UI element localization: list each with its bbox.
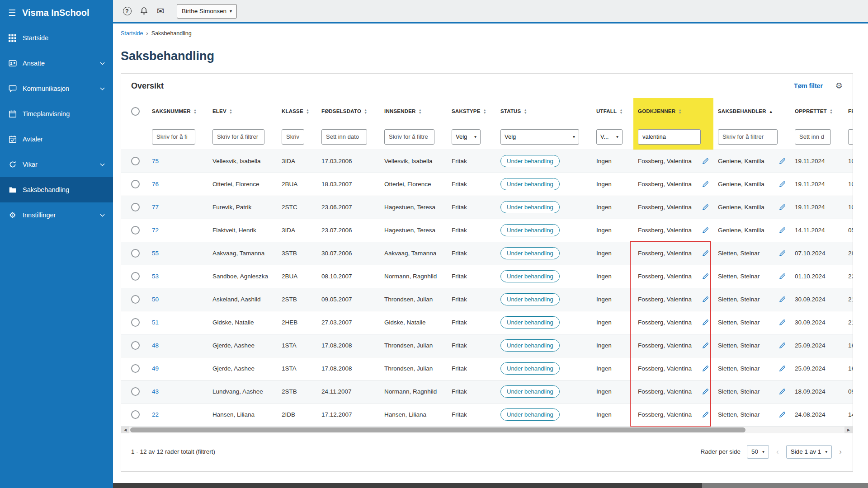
page-scrollbar-thumb[interactable] [113,483,702,488]
case-number-link[interactable]: 53 [152,273,159,280]
case-number-link[interactable]: 48 [152,342,159,349]
edit-pencil-icon[interactable] [779,273,786,280]
edit-pencil-icon[interactable] [779,158,786,164]
edit-pencil-icon[interactable] [702,158,709,164]
edit-pencil-icon[interactable] [702,250,709,257]
notifications-bell-icon[interactable] [139,6,149,16]
table-settings-gear-icon[interactable]: ⚙ [835,82,843,90]
previous-page-button[interactable]: ‹ [775,447,780,456]
edit-pencil-icon[interactable] [702,296,709,303]
select-all-checkbox[interactable] [131,107,140,116]
column-header-innsender[interactable]: INNSENDER▲▼ [380,98,447,124]
column-header-klasse[interactable]: KLASSE▲▼ [277,98,317,124]
column-header-sakstype[interactable]: SAKSTYPE▲▼ [447,98,496,124]
filter-input-opprettet[interactable] [795,129,831,145]
column-header-saksnummer[interactable]: SAKSNUMMER▲▼ [147,98,208,124]
filter-input-innsender[interactable] [384,129,434,145]
sidebar-item-innstillinger[interactable]: ⚙Innstillinger [0,202,113,228]
scroll-right-arrow-icon[interactable]: ▶ [844,427,853,433]
edit-pencil-icon[interactable] [779,204,786,211]
column-header-status[interactable]: STATUS▲▼ [496,98,592,124]
row-checkbox[interactable] [131,295,140,304]
filter-input-saksnummer[interactable] [152,129,195,145]
edit-pencil-icon[interactable] [702,181,709,188]
edit-pencil-icon[interactable] [779,411,786,418]
chevron-down-icon: ▾ [573,134,575,139]
scrollbar-track[interactable] [129,427,844,433]
row-checkbox[interactable] [131,410,140,419]
sidebar-item-kommunikasjon[interactable]: Kommunikasjon [0,76,113,101]
row-checkbox[interactable] [131,203,140,211]
sidebar-item-saksbehandling[interactable]: Saksbehandling [0,177,113,202]
messages-envelope-icon[interactable]: ✉ [156,6,165,16]
breadcrumb-home-link[interactable]: Startside [121,30,143,37]
edit-pencil-icon[interactable] [702,204,709,211]
sidebar-item-vikar[interactable]: Vikar [0,152,113,177]
edit-pencil-icon[interactable] [702,319,709,326]
edit-pencil-icon[interactable] [702,227,709,234]
edit-pencil-icon[interactable] [779,181,786,188]
edit-pencil-icon[interactable] [702,365,709,372]
filter-input-klasse[interactable] [282,129,304,145]
sidebar-item-startside[interactable]: Startside [0,25,113,51]
column-header-opprettet[interactable]: OPPRETTET▲▼ [790,98,844,124]
column-header-utfall[interactable]: UTFALL▲▼ [592,98,633,124]
filter-input-saksbehandler[interactable] [718,129,778,145]
edit-pencil-icon[interactable] [779,342,786,349]
row-checkbox[interactable] [131,341,140,350]
column-header-godkjenner[interactable]: GODKJENNER▲▼ [633,98,713,124]
row-checkbox[interactable] [131,226,140,235]
edit-pencil-icon[interactable] [702,273,709,280]
row-checkbox[interactable] [131,387,140,396]
case-number-link[interactable]: 49 [152,365,159,372]
row-checkbox[interactable] [131,180,140,188]
case-number-link[interactable]: 55 [152,250,159,257]
edit-pencil-icon[interactable] [779,319,786,326]
edit-pencil-icon[interactable] [779,296,786,303]
filter-select-status[interactable]: Velg▾ [500,129,579,145]
case-number-link[interactable]: 72 [152,227,159,234]
page-horizontal-scrollbar[interactable] [113,483,868,488]
edit-pencil-icon[interactable] [779,227,786,234]
edit-pencil-icon[interactable] [702,342,709,349]
edit-pencil-icon[interactable] [702,388,709,395]
user-menu[interactable]: Birthe Simonsen ▾ [177,4,237,19]
filter-input-frist[interactable] [848,129,853,145]
hamburger-menu-icon[interactable]: ☰ [8,9,16,17]
column-header-frist[interactable]: FRIST▲▼ [844,98,853,124]
case-number-link[interactable]: 75 [152,158,159,164]
row-checkbox[interactable] [131,318,140,327]
sidebar-item-timeplanvisning[interactable]: Timeplanvisning [0,101,113,127]
sidebar-item-ansatte[interactable]: Ansatte [0,51,113,76]
next-page-button[interactable]: › [838,447,843,456]
case-number-link[interactable]: 76 [152,181,159,188]
edit-pencil-icon[interactable] [779,388,786,395]
row-checkbox[interactable] [131,157,140,165]
filter-select-utfall[interactable]: V...▾ [596,129,623,145]
case-number-link[interactable]: 43 [152,388,159,395]
column-header-elev[interactable]: ELEV▲▼ [208,98,277,124]
help-icon[interactable]: ? [122,6,132,16]
row-checkbox[interactable] [131,249,140,258]
rows-per-page-select[interactable]: 50 ▾ [747,445,769,459]
column-header-saksbehandler[interactable]: SAKSBEHANDLER▲ [713,98,790,124]
edit-pencil-icon[interactable] [702,411,709,418]
page-select[interactable]: Side 1 av 1 ▾ [786,445,832,459]
filter-input-elev[interactable] [212,129,264,145]
edit-pencil-icon[interactable] [779,250,786,257]
filter-input-godkjenner[interactable] [638,129,701,145]
sidebar-item-avtaler[interactable]: Avtaler [0,127,113,152]
clear-filter-link[interactable]: Tøm filter [794,82,823,89]
filter-input-fodselsdato[interactable] [321,129,367,145]
row-checkbox[interactable] [131,364,140,373]
edit-pencil-icon[interactable] [779,365,786,372]
case-number-link[interactable]: 51 [152,319,159,326]
filter-select-sakstype[interactable]: Velg▾ [452,129,481,145]
scrollbar-thumb[interactable] [130,427,745,432]
case-number-link[interactable]: 77 [152,204,159,211]
scroll-left-arrow-icon[interactable]: ◀ [121,427,129,433]
case-number-link[interactable]: 50 [152,296,159,303]
row-checkbox[interactable] [131,272,140,281]
column-header-fodselsdato[interactable]: FØDSELSDATO▲▼ [317,98,380,124]
case-number-link[interactable]: 22 [152,411,159,418]
